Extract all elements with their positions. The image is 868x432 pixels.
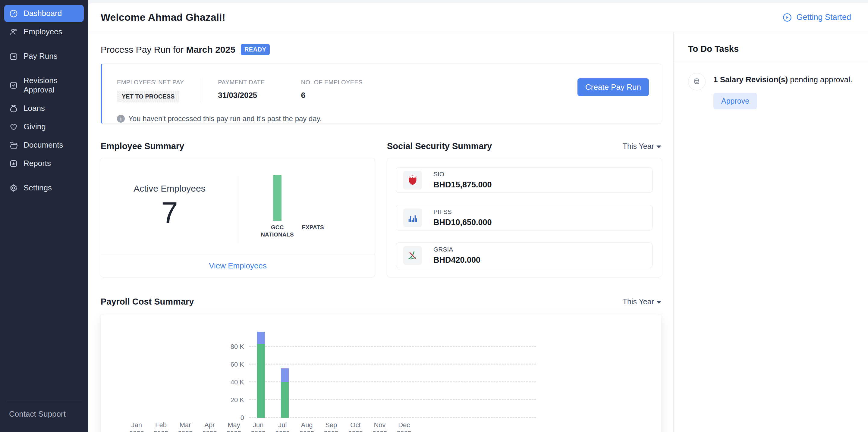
status-badge: READY	[241, 44, 270, 55]
sidebar-item-label: Documents	[24, 140, 63, 150]
todo-panel: To Do Tasks 1 Salary Revision(s) pendi	[673, 32, 868, 432]
net-pay-value: YET TO PROCESS	[117, 91, 179, 102]
sidebar: Dashboard Employees Pay Runs Revisions A…	[0, 0, 88, 432]
chart-x-tick-label: Feb2025	[149, 421, 173, 432]
chart-y-axis: 80 K60 K40 K20 K0	[226, 324, 244, 418]
chart-bar-column	[297, 324, 321, 418]
employee-chart-label: EXPATS	[302, 224, 324, 238]
chart-bars	[249, 324, 536, 418]
net-pay-label: EMPLOYEES' NET PAY	[117, 79, 184, 86]
chart-x-tick-label: Sep2025	[319, 421, 343, 432]
payroll-cost-title: Payroll Cost Summary	[101, 297, 194, 307]
chart-bar-column	[513, 324, 536, 418]
sidebar-item-revisions-approval[interactable]: Revisions Approval	[4, 72, 84, 99]
social-security-range-dropdown[interactable]: This Year	[623, 142, 661, 151]
coins-icon	[688, 73, 706, 90]
view-employees-link[interactable]: View Employees	[209, 261, 267, 270]
employee-count-label: NO. OF EMPLOYEES	[301, 79, 363, 86]
chart-bar-column	[345, 324, 369, 418]
employee-chart-label: GCCNATIONALS	[261, 224, 293, 238]
pay-run-info-row: i You haven't processed this pay run and…	[117, 114, 646, 123]
content-shell: Welcome Ahmad Ghazali! Getting Started	[88, 3, 868, 432]
settings-icon	[9, 184, 18, 193]
employee-chart-category: EXPATS	[295, 173, 331, 238]
chart-bar-segment-segment-blue	[257, 332, 265, 344]
chart-bar-segment-segment-green	[257, 344, 265, 418]
sidebar-item-label: Pay Runs	[24, 52, 58, 61]
payment-date-field: PAYMENT DATE 31/03/2025	[218, 79, 265, 100]
chevron-down-icon	[656, 145, 661, 148]
page-title: Welcome Ahmad Ghazali!	[101, 11, 225, 23]
chart-x-tick-label: Jun2025	[246, 421, 270, 432]
top-strip	[88, 0, 868, 3]
chevron-down-icon	[656, 301, 661, 304]
pay-run-title: Process Pay Run for March 2025	[101, 44, 236, 55]
social-security-row-sio[interactable]: SIO BHD15,875.000	[396, 167, 652, 193]
sidebar-item-employees[interactable]: Employees	[4, 23, 84, 40]
getting-started-link[interactable]: Getting Started	[782, 13, 851, 22]
social-security-row-pifss[interactable]: PIFSS BHD10,650.000	[396, 205, 652, 230]
social-security-row-text: SIO BHD15,875.000	[433, 170, 492, 190]
todo-task: 1 Salary Revision(s) pending approval. A…	[683, 62, 859, 109]
sidebar-item-dashboard[interactable]: Dashboard	[4, 5, 84, 22]
grsia-logo	[403, 246, 422, 265]
chart-bar-column	[488, 324, 512, 418]
info-icon: i	[117, 115, 125, 123]
chart-y-tick-label: 40 K	[230, 378, 244, 386]
chart-x-tick-label: May2025	[222, 421, 246, 432]
range-label: This Year	[623, 142, 654, 151]
employee-breakdown-chart: GCCNATIONALSEXPATS	[239, 158, 375, 255]
loans-icon	[9, 104, 18, 113]
pay-run-info-text: You haven't processed this pay run and i…	[128, 114, 322, 123]
pay-run-title-row: Process Pay Run for March 2025 READY	[101, 44, 661, 55]
payroll-cost-head: Payroll Cost Summary This Year	[101, 297, 661, 307]
social-security-head: Social Security Summary This Year	[387, 141, 661, 151]
main-column: Process Pay Run for March 2025 READY EMP…	[88, 32, 673, 432]
sidebar-item-pay-runs[interactable]: Pay Runs	[4, 47, 84, 65]
pifss-logo	[403, 208, 422, 227]
chart-bar-column	[416, 324, 440, 418]
employee-summary-card: Active Employees 7 GCCNATIONALSEXPATS Vi…	[101, 158, 375, 277]
chart-y-tick-label: 60 K	[230, 361, 244, 368]
sidebar-item-giving[interactable]: Giving	[4, 118, 84, 135]
chart-x-tick-label: Dec2025	[392, 421, 416, 432]
sidebar-item-reports[interactable]: Reports	[4, 155, 84, 172]
pay-run-section: Process Pay Run for March 2025 READY EMP…	[101, 44, 661, 124]
social-security-row-text: GRSIA BHD420.000	[433, 246, 480, 265]
chart-bar-column	[440, 324, 464, 418]
chart-x-tick-label: Oct2025	[343, 421, 368, 432]
sidebar-item-label: Revisions Approval	[24, 76, 79, 95]
chart-x-tick-label: Nov2025	[368, 421, 392, 432]
chart-bar-column	[249, 324, 273, 418]
todo-task-count: 1 Salary Revision(s)	[713, 75, 788, 84]
employee-summary-head: Employee Summary	[101, 141, 375, 151]
sidebar-item-label: Settings	[24, 183, 52, 193]
payroll-cost-range-dropdown[interactable]: This Year	[623, 297, 661, 306]
social-security-card: SIO BHD15,875.000	[387, 158, 661, 277]
sidebar-item-label: Reports	[24, 159, 51, 168]
chart-bar-column	[464, 324, 488, 418]
chart-x-tick-label: Jul2025	[270, 421, 295, 432]
sidebar-item-settings[interactable]: Settings	[4, 179, 84, 196]
dashboard-icon	[9, 9, 18, 18]
contact-support-link[interactable]: Contact Support	[4, 408, 84, 420]
sidebar-item-label: Giving	[24, 122, 46, 131]
employees-icon	[9, 27, 18, 36]
social-security-row-grsia[interactable]: GRSIA BHD420.000	[396, 242, 652, 268]
main-wrap: Welcome Ahmad Ghazali! Getting Started	[88, 0, 868, 432]
revisions-approval-icon	[9, 81, 18, 90]
pay-runs-icon	[9, 52, 18, 61]
chart-x-tick-label: Apr2025	[197, 421, 222, 432]
employee-summary-section: Employee Summary Active Employees 7 GC	[101, 141, 375, 277]
approve-button[interactable]: Approve	[713, 93, 757, 109]
getting-started-label: Getting Started	[796, 13, 851, 22]
create-pay-run-button[interactable]: Create Pay Run	[578, 78, 649, 96]
chart-y-tick-label: 0	[241, 414, 244, 422]
employee-summary-body: Active Employees 7 GCCNATIONALSEXPATS	[101, 158, 375, 255]
sidebar-item-documents[interactable]: Documents	[4, 136, 84, 154]
sidebar-item-label: Employees	[24, 27, 62, 36]
sidebar-item-loans[interactable]: Loans	[4, 100, 84, 117]
sidebar-item-label: Loans	[24, 104, 45, 113]
giving-icon	[9, 122, 18, 131]
chart-x-axis: Jan2025Feb2025Mar2025Apr2025May2025Jun20…	[124, 421, 416, 432]
